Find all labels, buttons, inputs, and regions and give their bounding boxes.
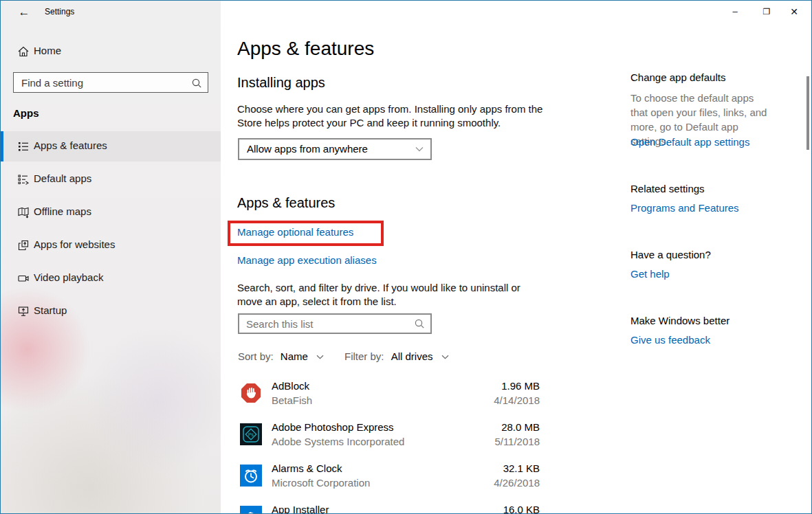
app-source-dropdown[interactable]: Allow apps from anywhere	[238, 138, 432, 160]
search-this-list-input[interactable]	[239, 315, 430, 333]
sidebar-item-default-apps[interactable]: Default apps	[1, 164, 221, 194]
default-apps-icon	[17, 173, 30, 186]
app-date: 4/14/2018	[494, 394, 540, 406]
search-icon	[414, 318, 425, 329]
give-us-feedback-link[interactable]: Give us feedback	[630, 334, 710, 346]
related-settings-heading: Related settings	[630, 183, 705, 194]
chevron-down-icon	[415, 146, 424, 153]
change-app-defaults-heading: Change app defaults	[630, 71, 725, 83]
page-title: Apps & features	[237, 38, 374, 60]
sidebar-item-video-playback[interactable]: Video playback	[1, 263, 221, 293]
alarms-clock-app-icon	[240, 465, 262, 487]
app-size: 28.0 MB	[501, 421, 540, 433]
search-this-list-box	[238, 313, 432, 334]
find-setting-searchbox	[13, 72, 208, 93]
sidebar-section-header: Apps	[13, 107, 39, 119]
offline-maps-icon	[17, 206, 30, 219]
vertical-scrollbar-thumb[interactable]	[806, 76, 809, 150]
programs-and-features-link[interactable]: Programs and Features	[630, 202, 739, 214]
sidebar-home-label: Home	[34, 45, 61, 56]
filter-by-dropdown[interactable]: Filter by: All drives	[344, 350, 449, 362]
sort-filter-bar: Sort by: Name Filter by: All drives	[238, 350, 540, 366]
sidebar-item-label: Video playback	[34, 271, 103, 283]
app-name: AdBlock	[272, 380, 309, 392]
sidebar-item-apps-features[interactable]: Apps & features	[1, 131, 221, 161]
find-setting-input[interactable]	[14, 73, 208, 92]
filter-by-value: All drives	[391, 350, 433, 362]
home-icon	[17, 45, 30, 58]
app-name: Alarms & Clock	[272, 462, 342, 474]
app-name: Adobe Photoshop Express	[272, 421, 394, 433]
startup-icon	[17, 305, 30, 317]
sort-by-label: Sort by:	[238, 350, 274, 362]
app-row-adblock[interactable]: AdBlock BetaFish 1.96 MB 4/14/2018	[237, 377, 540, 418]
search-sort-description: Search, sort, and filter by drive. If yo…	[237, 281, 548, 309]
main-content: Apps & features Installing apps Choose w…	[237, 1, 553, 513]
installing-apps-heading: Installing apps	[237, 75, 325, 91]
app-installer-app-icon	[240, 506, 262, 514]
photoshop-express-app-icon: Ps	[240, 423, 262, 445]
apps-features-section-heading: Apps & features	[237, 195, 335, 211]
sidebar-item-apps-for-websites[interactable]: Apps for websites	[1, 230, 221, 260]
manage-optional-features-link[interactable]: Manage optional features	[237, 226, 353, 238]
video-playback-icon	[17, 272, 30, 284]
app-date: 5/11/2018	[494, 436, 540, 447]
window-title: Settings	[45, 7, 74, 16]
apps-features-icon	[17, 140, 30, 153]
app-size: 16.0 KB	[503, 504, 540, 514]
open-default-app-settings-link[interactable]: Open Default app settings	[630, 136, 749, 148]
have-a-question-heading: Have a question?	[630, 249, 711, 260]
sidebar-item-offline-maps[interactable]: Offline maps	[1, 197, 221, 227]
app-row-photoshop-express[interactable]: Ps Adobe Photoshop Express Adobe Systems…	[237, 418, 540, 460]
close-button[interactable]: ✕	[782, 3, 806, 20]
app-publisher: Microsoft Corporation	[272, 477, 370, 489]
app-date: 4/26/2018	[494, 477, 540, 489]
search-icon	[191, 78, 202, 89]
installing-apps-description: Choose where you can get apps from. Inst…	[237, 102, 548, 130]
sidebar-item-label: Startup	[34, 304, 67, 316]
back-button[interactable]: ←	[14, 4, 34, 21]
sidebar-item-home[interactable]: Home	[1, 39, 221, 65]
svg-text:Ps: Ps	[248, 432, 254, 437]
app-row-alarms-clock[interactable]: Alarms & Clock Microsoft Corporation 32.…	[237, 460, 540, 501]
app-publisher: Adobe Systems Incorporated	[272, 436, 404, 447]
app-size: 32.1 KB	[503, 462, 540, 474]
apps-for-websites-icon	[17, 239, 30, 252]
sidebar-item-label: Apps & features	[34, 139, 107, 151]
titlebar-left: ← Settings	[1, 1, 221, 24]
manage-app-execution-aliases-link[interactable]: Manage app execution aliases	[237, 254, 377, 266]
settings-window: ← Settings Home Apps Apps & features	[0, 0, 812, 514]
sidebar-item-label: Default apps	[34, 172, 91, 184]
app-name: App Installer	[272, 504, 329, 514]
sort-by-dropdown[interactable]: Sort by: Name	[238, 350, 324, 362]
app-source-dropdown-value: Allow apps from anywhere	[247, 143, 368, 155]
get-help-link[interactable]: Get help	[630, 268, 670, 280]
chevron-down-icon	[441, 354, 449, 360]
adblock-app-icon	[240, 382, 262, 404]
sidebar-item-startup[interactable]: Startup	[1, 296, 221, 326]
maximize-button[interactable]: ❐	[755, 3, 778, 20]
filter-by-label: Filter by:	[344, 350, 384, 362]
sidebar-item-label: Apps for websites	[34, 238, 115, 250]
sidebar: ← Settings Home Apps Apps & features	[1, 1, 221, 513]
chevron-down-icon	[316, 354, 324, 360]
sidebar-item-label: Offline maps	[34, 205, 91, 217]
app-size: 1.96 MB	[501, 380, 540, 392]
minimize-button[interactable]: –	[723, 3, 747, 20]
app-row-app-installer[interactable]: App Installer 16.0 KB	[237, 501, 540, 514]
app-publisher: BetaFish	[272, 394, 312, 406]
sort-by-value: Name	[281, 350, 308, 362]
make-windows-better-heading: Make Windows better	[630, 315, 729, 326]
